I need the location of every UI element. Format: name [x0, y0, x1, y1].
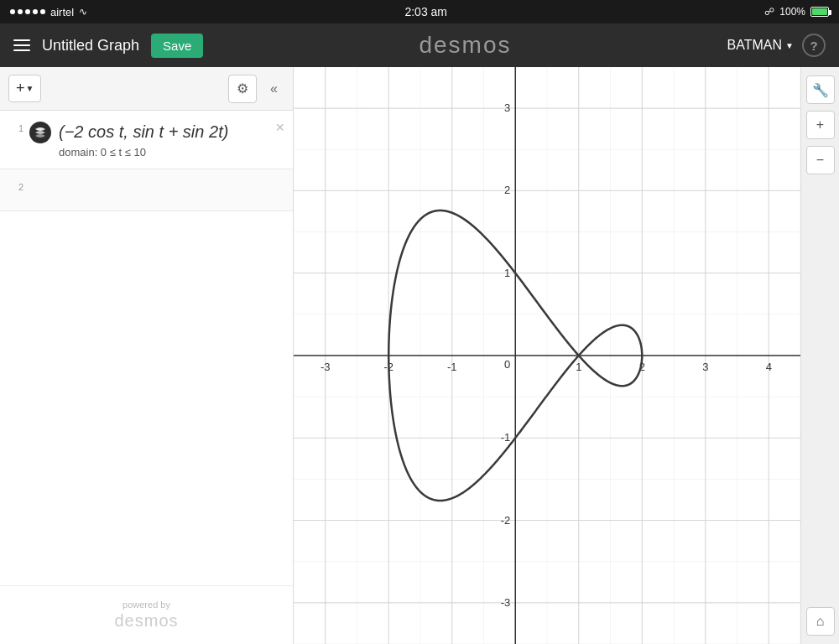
home-button[interactable]: ⌂	[806, 607, 835, 636]
hamburger-menu[interactable]	[13, 39, 30, 51]
zoom-in-icon: +	[816, 117, 824, 132]
expression-row-num-1: 1	[8, 121, 23, 133]
gear-icon: ⚙	[237, 80, 248, 96]
nav-right: BATMAN ▼ ?	[727, 34, 826, 57]
status-bar: airtel ∿ 2:03 am ☍ 100%	[0, 0, 839, 23]
status-right: ☍ 100%	[764, 6, 829, 18]
desmos-footer-logo: desmos	[114, 611, 178, 631]
expression-formula-1[interactable]: (−2 cos t, sin t + sin 2t)	[59, 121, 284, 143]
expression-item-1: 1 (−2 cos t, sin t + sin 2t) domain: 0 ≤…	[0, 111, 293, 169]
collapse-panel-button[interactable]: «	[263, 78, 284, 100]
battery-percent: 100%	[779, 6, 805, 18]
add-expression-button[interactable]: + ▼	[8, 75, 41, 102]
expression-item-2[interactable]: 2	[0, 169, 293, 211]
powered-by-label: powered by	[122, 600, 170, 610]
save-button[interactable]: Save	[151, 34, 203, 58]
expression-row-num-2: 2	[8, 179, 23, 192]
expression-list: 1 (−2 cos t, sin t + sin 2t) domain: 0 ≤…	[0, 111, 293, 585]
help-button[interactable]: ?	[802, 34, 826, 57]
carrier-label: airtel	[50, 6, 74, 18]
graph-area[interactable]	[294, 67, 800, 644]
battery-icon	[810, 7, 829, 17]
wifi-icon: ∿	[79, 6, 87, 18]
wrench-button[interactable]: 🔧	[806, 75, 835, 104]
left-panel: + ▼ ⚙ « 1	[0, 67, 294, 644]
expression-close-1[interactable]: ×	[275, 119, 284, 137]
zoom-in-button[interactable]: +	[806, 111, 835, 139]
home-icon: ⌂	[816, 614, 825, 629]
brand-logo: desmos	[419, 32, 511, 59]
collapse-icon: «	[270, 81, 278, 96]
graph-title: Untitled Graph	[42, 37, 139, 55]
user-name: BATMAN	[727, 38, 782, 53]
settings-button[interactable]: ⚙	[228, 75, 257, 103]
zoom-out-icon: −	[816, 153, 824, 168]
wrench-icon: 🔧	[812, 82, 829, 98]
zoom-out-button[interactable]: −	[806, 146, 835, 174]
nav-left: Untitled Graph Save	[13, 34, 203, 58]
expression-toolbar: + ▼ ⚙ «	[0, 67, 293, 111]
user-menu-button[interactable]: BATMAN ▼	[727, 38, 794, 53]
expression-domain-1: domain: 0 ≤ t ≤ 10	[59, 146, 284, 158]
signal-dots	[10, 9, 45, 14]
user-caret-icon: ▼	[785, 41, 794, 50]
add-plus-icon: +	[16, 80, 25, 97]
status-time: 2:03 am	[404, 5, 447, 18]
expression-icon-1	[29, 121, 52, 144]
graph-canvas[interactable]	[294, 67, 800, 644]
add-caret-icon: ▼	[26, 84, 34, 93]
right-tools: 🔧 + − ⌂	[800, 67, 839, 644]
powered-by-footer: powered by desmos	[0, 585, 293, 644]
bluetooth-icon: ☍	[764, 6, 774, 18]
main-layout: + ▼ ⚙ « 1	[0, 67, 839, 644]
expression-content-1: (−2 cos t, sin t + sin 2t) domain: 0 ≤ t…	[59, 121, 284, 158]
status-left: airtel ∿	[10, 6, 87, 18]
top-nav: Untitled Graph Save desmos BATMAN ▼ ?	[0, 23, 839, 67]
